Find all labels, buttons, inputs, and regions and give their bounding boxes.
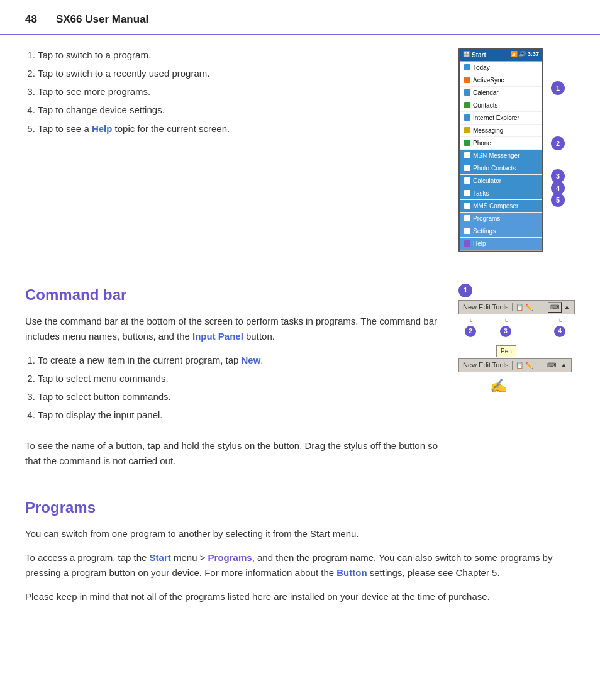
callout-5: 5 bbox=[551, 193, 565, 207]
list-item: Tap to select button commands. bbox=[38, 389, 446, 404]
help-link[interactable]: Help bbox=[92, 123, 113, 134]
cmdbar-callout-2: 2 bbox=[465, 326, 476, 337]
phone-screenshot-area: 🪟 Start 📶 🔊 3:37 Today ActiveSync Calend… bbox=[458, 48, 575, 252]
phone-menu-item: Tasks bbox=[460, 187, 542, 200]
phone-menu-item: Settings bbox=[460, 225, 542, 238]
phone-titlebar: 🪟 Start 📶 🔊 3:37 bbox=[460, 49, 542, 61]
page-number: 48 bbox=[25, 11, 37, 28]
command-bar-list: To create a new item in the current prog… bbox=[38, 353, 446, 423]
pen-tooltip-area: Pen New Edit Tools 📋 ✏️ ⌨ ▲ ✍️ bbox=[458, 343, 572, 396]
programs-link[interactable]: Programs bbox=[208, 552, 252, 563]
phone-title: Start bbox=[472, 50, 486, 60]
button-link[interactable]: Button bbox=[336, 567, 367, 578]
tip-text: To see the name of a button, tap and hol… bbox=[25, 438, 446, 469]
programs-para3: Please keep in mind that not all of the … bbox=[25, 589, 575, 604]
phone-menu-item: Today bbox=[460, 62, 542, 74]
phone-menu-item: MSN Messenger bbox=[460, 150, 542, 162]
page-header: 48 SX66 User Manual bbox=[0, 0, 600, 35]
list-item: To create a new item in the current prog… bbox=[38, 353, 446, 367]
top-section: Tap to switch to a program. Tap to switc… bbox=[25, 48, 575, 252]
programs-para2: To access a program, tap the Start menu … bbox=[25, 550, 575, 581]
phone-menu-item: MMS Composer bbox=[460, 200, 542, 213]
cmdbar-callout-3: 3 bbox=[500, 326, 511, 337]
phone-time: 📶 🔊 3:37 bbox=[511, 50, 539, 59]
command-bar-heading: Command bar bbox=[25, 284, 446, 306]
command-bar-images: 1 New Edit Tools 📋 ✏️ ⌨ ▲ bbox=[458, 265, 575, 477]
command-bar-text: Command bar Use the command bar at the b… bbox=[25, 265, 446, 477]
list-item: Tap to select menu commands. bbox=[38, 371, 446, 386]
cmdbar-block-1: New Edit Tools 📋 ✏️ ⌨ ▲ └ 2 bbox=[458, 300, 575, 318]
start-link[interactable]: Start bbox=[150, 552, 171, 563]
list-item: Tap to change device settings. bbox=[38, 103, 446, 117]
phone-menu-item: Calendar bbox=[460, 87, 542, 99]
phone-menu-item: ActiveSync bbox=[460, 74, 542, 87]
callout-2: 2 bbox=[551, 136, 565, 150]
list-item: Tap to see a Help topic for the current … bbox=[38, 121, 446, 136]
list-item: Tap to display the input panel. bbox=[38, 408, 446, 422]
phone-menu-item: Photo Contacts bbox=[460, 162, 542, 175]
pen-tooltip: Pen bbox=[496, 345, 516, 357]
list-item: Tap to switch to a program. bbox=[38, 48, 446, 62]
pen-cmdbar: New Edit Tools 📋 ✏️ ⌨ ▲ bbox=[458, 358, 572, 372]
cmdbar-callout-4: 4 bbox=[554, 326, 565, 337]
list-item: Tap to switch to a recently used program… bbox=[38, 66, 446, 81]
cmdbar-row-1: New Edit Tools 📋 ✏️ ⌨ ▲ bbox=[458, 300, 575, 314]
programs-section: Programs You can switch from one program… bbox=[25, 496, 575, 604]
phone-menu-list: Today ActiveSync Calendar Contacts Inter… bbox=[460, 61, 542, 251]
phone-menu-item: Calculator bbox=[460, 175, 542, 187]
top-text: Tap to switch to a program. Tap to switc… bbox=[25, 48, 446, 252]
phone-menu-item: Internet Explorer bbox=[460, 112, 542, 125]
command-bar-description: Use the command bar at the bottom of the… bbox=[25, 314, 446, 344]
phone-menu-item: Programs bbox=[460, 213, 542, 225]
input-panel-link[interactable]: Input Panel bbox=[192, 331, 243, 342]
phone-screen: 🪟 Start 📶 🔊 3:37 Today ActiveSync Calend… bbox=[458, 48, 543, 252]
phone-menu-item: Help bbox=[460, 238, 542, 250]
phone-menu-item: Messaging bbox=[460, 125, 542, 137]
command-bar-section: Command bar Use the command bar at the b… bbox=[25, 265, 575, 477]
stylus-icon: ✍️ bbox=[490, 375, 572, 396]
cmdbar-callout-1: 1 bbox=[458, 284, 472, 297]
callout-1: 1 bbox=[551, 81, 565, 95]
programs-para1: You can switch from one program to anoth… bbox=[25, 526, 575, 542]
programs-heading: Programs bbox=[25, 496, 575, 519]
list-item: Tap to see more programs. bbox=[38, 84, 446, 99]
page-title: SX66 User Manual bbox=[56, 11, 148, 28]
phone-menu-item: Contacts bbox=[460, 99, 542, 112]
new-link[interactable]: New bbox=[242, 355, 261, 365]
top-list: Tap to switch to a program. Tap to switc… bbox=[38, 48, 446, 136]
phone-menu-item: Phone bbox=[460, 137, 542, 150]
